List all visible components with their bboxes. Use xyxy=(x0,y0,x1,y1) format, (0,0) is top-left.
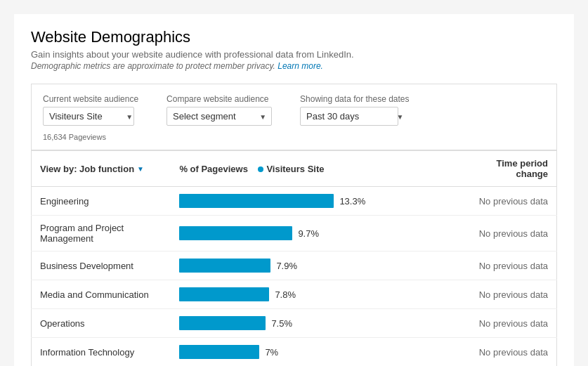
controls-row: Current website audience Visiteurs Site … xyxy=(43,94,545,141)
bar-container: 7% xyxy=(179,345,451,359)
row-label: Media and Communication xyxy=(32,280,171,309)
bar-cell: 7.8% xyxy=(171,280,459,309)
page-container: Website Demographics Gain insights about… xyxy=(14,14,574,366)
compare-audience-group: Compare website audience Select segment … xyxy=(166,94,272,126)
legend-dot-icon xyxy=(258,166,263,172)
dates-select-wrapper: Past 30 days ▼ xyxy=(300,107,409,126)
bar-cell: 13.3% xyxy=(171,187,459,216)
row-label: Information Technology xyxy=(32,338,171,367)
bar xyxy=(179,259,270,273)
table-header: View by: Job function ▼ % of Pageviews V… xyxy=(32,151,557,187)
bar-container: 13.3% xyxy=(179,194,451,208)
bar-value: 7% xyxy=(265,347,278,358)
table-row: Media and Communication 7.8% No previous… xyxy=(32,280,557,309)
time-change-cell: No previous data xyxy=(460,338,557,367)
row-label: Operations xyxy=(32,309,171,338)
table-row: Business Development 7.9% No previous da… xyxy=(32,251,557,280)
dates-label: Showing data for these dates xyxy=(300,94,409,104)
bar-cell: 7.9% xyxy=(171,251,459,280)
dates-group: Showing data for these dates Past 30 day… xyxy=(300,94,409,126)
current-audience-select[interactable]: Visiteurs Site xyxy=(43,107,134,126)
table-row: Information Technology 7% No previous da… xyxy=(32,338,557,367)
bar-container: 7.9% xyxy=(179,259,451,273)
bar xyxy=(179,194,334,208)
current-audience-group: Current website audience Visiteurs Site … xyxy=(43,94,138,141)
time-change-cell: No previous data xyxy=(460,251,557,280)
row-label: Business Development xyxy=(32,251,171,280)
page-subtitle: Gain insights about your website audienc… xyxy=(31,49,557,60)
time-change-header: Time period change xyxy=(460,151,557,187)
table-row: Engineering 13.3% No previous data xyxy=(32,187,557,216)
bar-container: 9.7% xyxy=(179,226,451,240)
compare-audience-select[interactable]: Select segment xyxy=(166,107,272,126)
current-audience-select-wrapper: Visiteurs Site ▼ xyxy=(43,107,138,126)
controls-panel: Current website audience Visiteurs Site … xyxy=(31,84,557,150)
bar-value: 7.5% xyxy=(271,318,292,329)
time-change-cell: No previous data xyxy=(460,187,557,216)
time-change-cell: No previous data xyxy=(460,216,557,251)
bar xyxy=(179,316,266,330)
bar-value: 7.9% xyxy=(276,261,297,271)
bar-container: 7.8% xyxy=(179,287,451,301)
table-row: Operations 7.5% No previous data xyxy=(32,309,557,338)
view-by-header[interactable]: View by: Job function ▼ xyxy=(32,151,171,187)
pct-pageviews-header: % of Pageviews Visiteurs Site xyxy=(171,151,459,187)
table-body: Engineering 13.3% No previous data Progr… xyxy=(32,187,557,367)
row-label: Program and Project Management xyxy=(32,216,171,251)
compare-audience-select-wrapper: Select segment ▼ xyxy=(166,107,272,126)
data-table: View by: Job function ▼ % of Pageviews V… xyxy=(31,150,557,366)
current-audience-label: Current website audience xyxy=(43,94,138,104)
bar xyxy=(179,226,292,240)
learn-more-link[interactable]: Learn more. xyxy=(277,61,323,71)
bar-value: 9.7% xyxy=(298,228,319,239)
table-row: Program and Project Management 9.7% No p… xyxy=(32,216,557,251)
bar-value: 7.8% xyxy=(275,289,296,300)
bar-value: 13.3% xyxy=(339,196,365,207)
page-title: Website Demographics xyxy=(31,28,557,46)
time-change-cell: No previous data xyxy=(460,280,557,309)
bar xyxy=(179,287,269,301)
bar-cell: 7.5% xyxy=(171,309,459,338)
time-change-cell: No previous data xyxy=(460,309,557,338)
bar-container: 7.5% xyxy=(179,316,451,330)
sort-icon: ▼ xyxy=(137,165,144,173)
bar xyxy=(179,345,259,359)
bar-cell: 7% xyxy=(171,338,459,367)
pageviews-count: 16,634 Pageviews xyxy=(43,133,138,141)
page-disclaimer: Demographic metrics are approximate to p… xyxy=(31,61,557,71)
row-label: Engineering xyxy=(32,187,171,216)
bar-cell: 9.7% xyxy=(171,216,459,251)
compare-audience-label: Compare website audience xyxy=(166,94,272,104)
dates-select[interactable]: Past 30 days xyxy=(300,107,398,126)
